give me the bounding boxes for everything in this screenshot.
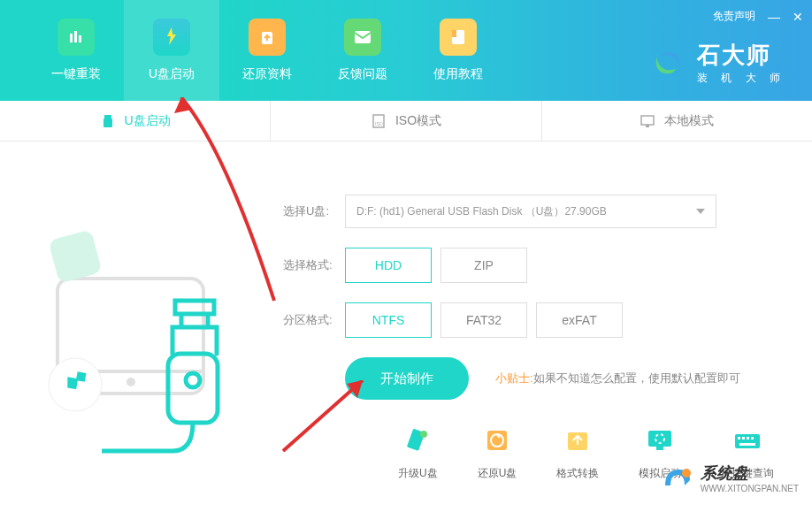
partition-label: 分区格式: [283, 312, 345, 328]
tool-label: 升级U盘 [398, 466, 438, 481]
watermark: 系统盘 WWW.XITONGPAN.NET [660, 461, 799, 494]
nav-tab-usb-boot[interactable]: U盘启动 [124, 0, 219, 101]
close-button[interactable]: ✕ [793, 11, 803, 22]
header: 免责声明 — ✕ 一键重装 U盘启动 还原资料 反馈问题 使用教程 石大师 [0, 0, 812, 101]
brand-name: 石大师 [697, 40, 785, 71]
svg-rect-2 [79, 35, 81, 42]
nav-label: 一键重装 [51, 66, 101, 82]
local-icon [640, 113, 655, 129]
svg-rect-26 [656, 447, 663, 450]
nav-label: 使用教程 [433, 66, 483, 82]
sub-tab-iso[interactable]: ISO ISO模式 [271, 101, 541, 141]
sub-tab-label: U盘启动 [125, 113, 171, 129]
nav-label: U盘启动 [149, 66, 195, 82]
partition-option-exfat[interactable]: exFAT [536, 302, 623, 338]
format-option-zip[interactable]: ZIP [440, 248, 527, 283]
window-controls: 免责声明 — ✕ [713, 9, 803, 24]
sub-tab-usb[interactable]: U盘启动 [0, 101, 271, 141]
svg-point-19 [186, 373, 200, 387]
brand-subtitle: 装 机 大 师 [697, 71, 785, 86]
tutorial-icon [450, 28, 466, 46]
watermark-logo-icon [660, 461, 693, 494]
tip: 小贴士:如果不知道怎么配置，使用默认配置即可 [495, 371, 740, 386]
format-label: 选择格式: [283, 257, 345, 273]
svg-rect-8 [103, 118, 112, 127]
format-option-hdd[interactable]: HDD [345, 248, 432, 283]
usb-value: D:F: (hd1) General USB Flash Disk （U盘）27… [356, 204, 607, 219]
brand: 石大师 装 机 大 师 [649, 40, 785, 86]
chevron-down-icon [696, 209, 705, 214]
usb-select[interactable]: D:F: (hd1) General USB Flash Disk （U盘）27… [345, 195, 716, 228]
hotkey-query-icon [731, 424, 764, 457]
svg-point-34 [682, 469, 691, 478]
svg-rect-6 [452, 30, 456, 37]
watermark-url: WWW.XITONGPAN.NET [701, 484, 799, 493]
format-convert-icon [561, 424, 594, 457]
upgrade-usb-icon [401, 424, 434, 457]
svg-rect-16 [48, 229, 102, 283]
svg-rect-29 [738, 437, 740, 439]
svg-point-21 [420, 431, 427, 438]
svg-point-15 [126, 378, 135, 386]
nav-tab-tutorial[interactable]: 使用教程 [410, 0, 506, 101]
svg-text:ISO: ISO [375, 121, 383, 126]
nav-tab-feedback[interactable]: 反馈问题 [315, 0, 410, 101]
partition-option-ntfs[interactable]: NTFS [345, 302, 432, 338]
iso-icon: ISO [371, 113, 387, 129]
svg-rect-30 [742, 437, 745, 439]
svg-rect-25 [648, 431, 671, 447]
svg-rect-0 [70, 34, 73, 42]
format-options: HDD ZIP [345, 248, 527, 283]
partition-option-fat32[interactable]: FAT32 [440, 302, 527, 338]
brand-logo-icon [649, 44, 686, 81]
tool-upgrade-usb[interactable]: 升级U盘 [398, 424, 438, 481]
svg-rect-33 [739, 443, 755, 446]
sub-tabs: U盘启动 ISO ISO模式 本地模式 [0, 101, 812, 141]
svg-rect-7 [104, 115, 111, 118]
simulate-boot-icon [643, 424, 677, 457]
illustration [0, 141, 257, 512]
sub-tab-label: 本地模式 [664, 113, 714, 129]
svg-rect-28 [735, 434, 760, 448]
nav-tab-restore[interactable]: 还原资料 [219, 0, 315, 101]
tool-label: 格式转换 [556, 466, 599, 481]
sub-tab-local[interactable]: 本地模式 [542, 101, 812, 141]
tool-label: 还原U盘 [478, 466, 517, 481]
tool-restore-usb[interactable]: 还原U盘 [478, 424, 517, 481]
minimize-button[interactable]: — [769, 11, 779, 22]
feedback-icon [353, 29, 372, 45]
usb-boot-icon [162, 26, 181, 49]
tip-text: 如果不知道怎么配置，使用默认配置即可 [533, 371, 740, 385]
usb-icon [100, 113, 116, 129]
tool-format-convert[interactable]: 格式转换 [556, 424, 599, 481]
nav-tabs: 一键重装 U盘启动 还原资料 反馈问题 使用教程 [0, 0, 506, 101]
nav-label: 反馈问题 [338, 66, 387, 82]
sub-tab-label: ISO模式 [395, 113, 441, 129]
disclaimer-link[interactable]: 免责声明 [713, 9, 755, 24]
svg-rect-31 [747, 437, 749, 439]
nav-label: 还原资料 [242, 66, 292, 82]
usb-label: 选择U盘: [283, 203, 345, 219]
reinstall-icon [67, 28, 85, 46]
watermark-name: 系统盘 [701, 462, 799, 484]
restore-usb-icon [480, 424, 514, 457]
restore-icon [258, 28, 276, 46]
nav-tab-reinstall[interactable]: 一键重装 [28, 0, 124, 101]
svg-rect-32 [751, 437, 754, 439]
svg-rect-11 [641, 116, 654, 125]
partition-options: NTFS FAT32 exFAT [345, 302, 623, 338]
start-create-button[interactable]: 开始制作 [345, 357, 469, 400]
svg-rect-12 [646, 125, 649, 127]
tip-label: 小贴士: [495, 371, 533, 385]
svg-rect-1 [74, 31, 77, 42]
